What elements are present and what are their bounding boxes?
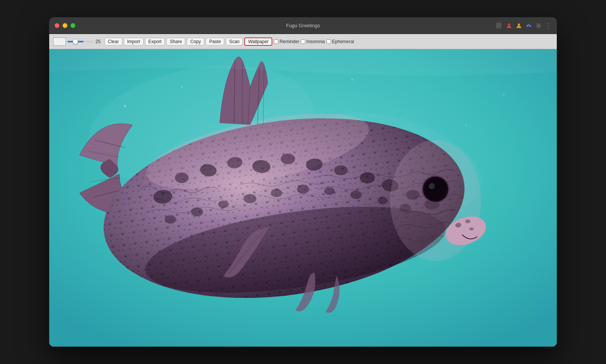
svg-point-68 [351,78,353,81]
svg-point-4 [508,23,510,26]
reminder-checkbox[interactable] [274,39,278,44]
fish-background [49,49,557,347]
profile-icon[interactable] [516,23,522,29]
export-button[interactable]: Export [145,38,165,45]
ephemeral-checkbox[interactable] [326,39,331,44]
paste-button[interactable]: Paste [206,38,224,45]
app-window: Fugu Greetings [49,17,557,347]
titlebar: Fugu Greetings [49,17,557,34]
gear-icon[interactable] [536,23,542,29]
svg-point-31 [281,154,295,164]
svg-point-38 [165,215,176,224]
svg-point-9 [538,25,540,26]
minimize-button[interactable] [62,23,67,28]
reminder-checkbox-label[interactable]: Reminder [274,39,299,44]
svg-point-43 [297,185,309,194]
close-button[interactable] [55,23,59,28]
svg-point-62 [465,219,470,223]
svg-point-27 [175,173,189,183]
share-button[interactable]: Share [166,38,185,45]
svg-point-40 [218,201,229,208]
svg-point-41 [244,194,256,203]
clear-button[interactable]: Clear [105,38,122,45]
svg-point-44 [324,187,335,195]
svg-point-66 [503,94,505,96]
svg-point-65 [181,86,183,88]
scan-button[interactable]: Scan [226,38,243,45]
svg-point-46 [378,197,387,204]
svg-point-57 [424,178,447,201]
svg-point-63 [469,227,474,230]
extension-icon[interactable] [526,23,532,29]
insomnia-label: Insomnia [306,39,325,44]
insomnia-checkbox[interactable] [301,39,305,44]
window-title: Fugu Greetings [286,23,320,28]
titlebar-actions: ⋮ [496,23,551,29]
fish-illustration [49,49,557,347]
svg-point-64 [124,105,126,107]
slider-container: 25 [67,39,102,44]
canvas-area[interactable] [49,49,557,347]
svg-point-67 [465,124,467,126]
svg-point-45 [350,191,362,199]
ephemeral-checkbox-label[interactable]: Ephemeral [326,39,354,44]
import-button[interactable]: Import [124,38,144,45]
copy-button[interactable]: Copy [187,38,204,45]
wallpaper-button[interactable]: Wallpaper [244,37,272,46]
slider-value: 25 [95,39,102,44]
toolbar: 25 Clear Import Export Share Copy Paste … [49,34,557,49]
insomnia-checkbox-label[interactable]: Insomnia [301,39,325,44]
svg-point-42 [271,189,282,197]
color-swatch[interactable] [53,37,66,46]
user-icon[interactable] [506,23,512,29]
svg-point-5 [518,23,520,26]
svg-rect-8 [528,24,530,26]
new-document-icon[interactable] [496,23,502,29]
svg-point-33 [334,165,348,175]
maximize-button[interactable] [70,23,75,28]
traffic-lights [55,23,75,28]
brush-size-slider[interactable] [67,41,94,42]
ephemeral-label: Ephemeral [332,39,354,44]
more-menu-icon[interactable]: ⋮ [545,23,551,29]
reminder-label: Reminder [280,39,299,44]
